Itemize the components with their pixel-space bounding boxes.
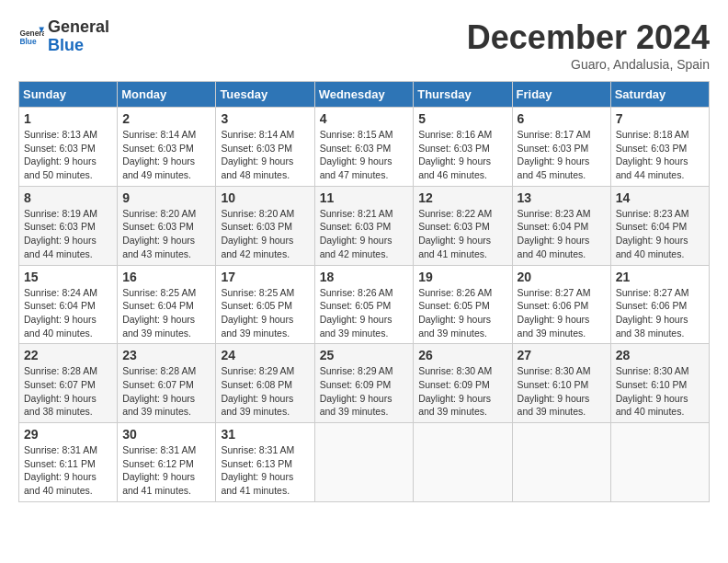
col-wednesday: Wednesday (314, 82, 414, 108)
logo-blue: Blue (48, 37, 109, 55)
calendar-cell: 17 Sunrise: 8:25 AMSunset: 6:05 PMDaylig… (216, 265, 314, 344)
calendar-cell: 16 Sunrise: 8:25 AMSunset: 6:04 PMDaylig… (118, 265, 216, 344)
day-number: 3 (221, 111, 309, 126)
calendar-cell: 30 Sunrise: 8:31 AMSunset: 6:12 PMDaylig… (118, 423, 216, 502)
col-saturday: Saturday (610, 82, 709, 108)
day-number: 9 (122, 190, 210, 205)
day-number: 16 (122, 270, 210, 284)
day-number: 5 (418, 111, 506, 126)
title-block: December 2024 Guaro, Andalusia, Spain (467, 18, 710, 72)
day-number: 17 (221, 270, 309, 284)
day-number: 22 (24, 348, 112, 362)
calendar-cell (610, 423, 709, 502)
svg-text:Blue: Blue (19, 37, 36, 46)
calendar-cell: 19 Sunrise: 8:26 AMSunset: 6:05 PMDaylig… (414, 265, 512, 344)
day-info: Sunrise: 8:26 AMSunset: 6:05 PMDaylight:… (418, 286, 506, 340)
day-number: 26 (418, 348, 506, 362)
day-number: 24 (221, 348, 309, 362)
calendar-cell: 15 Sunrise: 8:24 AMSunset: 6:04 PMDaylig… (19, 265, 118, 344)
day-info: Sunrise: 8:25 AMSunset: 6:04 PMDaylight:… (122, 286, 210, 340)
calendar-cell: 1 Sunrise: 8:13 AMSunset: 6:03 PMDayligh… (19, 108, 118, 187)
calendar-cell: 26 Sunrise: 8:30 AMSunset: 6:09 PMDaylig… (414, 344, 512, 423)
calendar-week-row: 22 Sunrise: 8:28 AMSunset: 6:07 PMDaylig… (19, 344, 710, 423)
calendar-week-row: 1 Sunrise: 8:13 AMSunset: 6:03 PMDayligh… (19, 108, 710, 187)
calendar-cell: 9 Sunrise: 8:20 AMSunset: 6:03 PMDayligh… (118, 186, 216, 265)
day-number: 18 (320, 270, 409, 284)
day-info: Sunrise: 8:30 AMSunset: 6:10 PMDaylight:… (616, 364, 704, 419)
day-info: Sunrise: 8:14 AMSunset: 6:03 PMDaylight:… (122, 128, 210, 182)
day-info: Sunrise: 8:13 AMSunset: 6:03 PMDaylight:… (24, 128, 112, 182)
col-friday: Friday (512, 82, 610, 108)
day-number: 10 (221, 190, 309, 205)
day-number: 1 (24, 111, 112, 126)
col-sunday: Sunday (19, 82, 118, 108)
calendar-cell: 25 Sunrise: 8:29 AMSunset: 6:09 PMDaylig… (314, 344, 414, 423)
calendar-cell: 14 Sunrise: 8:23 AMSunset: 6:04 PMDaylig… (610, 186, 709, 265)
calendar-cell: 31 Sunrise: 8:31 AMSunset: 6:13 PMDaylig… (216, 423, 314, 502)
calendar-cell: 5 Sunrise: 8:16 AMSunset: 6:03 PMDayligh… (414, 108, 512, 187)
calendar-cell: 21 Sunrise: 8:27 AMSunset: 6:06 PMDaylig… (610, 265, 709, 344)
day-info: Sunrise: 8:29 AMSunset: 6:09 PMDaylight:… (320, 364, 409, 419)
day-info: Sunrise: 8:14 AMSunset: 6:03 PMDaylight:… (221, 128, 309, 182)
day-number: 8 (24, 190, 112, 205)
calendar-cell: 23 Sunrise: 8:28 AMSunset: 6:07 PMDaylig… (118, 344, 216, 423)
day-info: Sunrise: 8:27 AMSunset: 6:06 PMDaylight:… (518, 286, 606, 340)
day-info: Sunrise: 8:17 AMSunset: 6:03 PMDaylight:… (518, 128, 606, 182)
calendar-table: Sunday Monday Tuesday Wednesday Thursday… (18, 81, 710, 502)
day-info: Sunrise: 8:20 AMSunset: 6:03 PMDaylight:… (122, 207, 210, 261)
logo: General Blue General Blue (18, 18, 109, 55)
day-number: 7 (616, 111, 704, 126)
day-number: 20 (518, 270, 606, 284)
day-info: Sunrise: 8:22 AMSunset: 6:03 PMDaylight:… (418, 207, 506, 261)
calendar-cell: 13 Sunrise: 8:23 AMSunset: 6:04 PMDaylig… (512, 186, 610, 265)
day-info: Sunrise: 8:19 AMSunset: 6:03 PMDaylight:… (24, 207, 112, 261)
calendar-cell: 2 Sunrise: 8:14 AMSunset: 6:03 PMDayligh… (118, 108, 216, 187)
day-info: Sunrise: 8:25 AMSunset: 6:05 PMDaylight:… (221, 286, 309, 340)
day-info: Sunrise: 8:27 AMSunset: 6:06 PMDaylight:… (616, 286, 704, 340)
day-number: 29 (24, 427, 112, 442)
day-number: 19 (418, 270, 506, 284)
day-number: 2 (122, 111, 210, 126)
calendar-cell: 10 Sunrise: 8:20 AMSunset: 6:03 PMDaylig… (216, 186, 314, 265)
day-info: Sunrise: 8:30 AMSunset: 6:09 PMDaylight:… (418, 364, 506, 419)
day-info: Sunrise: 8:31 AMSunset: 6:11 PMDaylight:… (24, 443, 112, 498)
month-title: December 2024 (467, 18, 710, 57)
calendar-cell: 20 Sunrise: 8:27 AMSunset: 6:06 PMDaylig… (512, 265, 610, 344)
calendar-cell: 11 Sunrise: 8:21 AMSunset: 6:03 PMDaylig… (314, 186, 414, 265)
day-number: 11 (320, 190, 409, 205)
calendar-cell: 29 Sunrise: 8:31 AMSunset: 6:11 PMDaylig… (19, 423, 118, 502)
calendar-cell: 3 Sunrise: 8:14 AMSunset: 6:03 PMDayligh… (216, 108, 314, 187)
day-number: 31 (221, 427, 309, 442)
day-number: 21 (616, 270, 704, 284)
col-monday: Monday (118, 82, 216, 108)
day-info: Sunrise: 8:23 AMSunset: 6:04 PMDaylight:… (518, 207, 606, 261)
day-number: 30 (122, 427, 210, 442)
calendar-cell: 12 Sunrise: 8:22 AMSunset: 6:03 PMDaylig… (414, 186, 512, 265)
day-info: Sunrise: 8:31 AMSunset: 6:12 PMDaylight:… (122, 443, 210, 498)
calendar-cell: 6 Sunrise: 8:17 AMSunset: 6:03 PMDayligh… (512, 108, 610, 187)
day-info: Sunrise: 8:31 AMSunset: 6:13 PMDaylight:… (221, 443, 309, 498)
day-number: 13 (518, 190, 606, 205)
calendar-cell: 27 Sunrise: 8:30 AMSunset: 6:10 PMDaylig… (512, 344, 610, 423)
weekday-header-row: Sunday Monday Tuesday Wednesday Thursday… (19, 82, 710, 108)
calendar-week-row: 29 Sunrise: 8:31 AMSunset: 6:11 PMDaylig… (19, 423, 710, 502)
calendar-cell: 24 Sunrise: 8:29 AMSunset: 6:08 PMDaylig… (216, 344, 314, 423)
day-number: 14 (616, 190, 704, 205)
calendar-cell: 4 Sunrise: 8:15 AMSunset: 6:03 PMDayligh… (314, 108, 414, 187)
col-thursday: Thursday (414, 82, 512, 108)
page-header: General Blue General Blue December 2024 … (18, 18, 710, 72)
calendar-week-row: 15 Sunrise: 8:24 AMSunset: 6:04 PMDaylig… (19, 265, 710, 344)
calendar-cell (414, 423, 512, 502)
day-info: Sunrise: 8:23 AMSunset: 6:04 PMDaylight:… (616, 207, 704, 261)
day-info: Sunrise: 8:15 AMSunset: 6:03 PMDaylight:… (320, 128, 409, 182)
day-info: Sunrise: 8:20 AMSunset: 6:03 PMDaylight:… (221, 207, 309, 261)
calendar-week-row: 8 Sunrise: 8:19 AMSunset: 6:03 PMDayligh… (19, 186, 710, 265)
day-info: Sunrise: 8:24 AMSunset: 6:04 PMDaylight:… (24, 286, 112, 340)
day-info: Sunrise: 8:18 AMSunset: 6:03 PMDaylight:… (616, 128, 704, 182)
day-info: Sunrise: 8:29 AMSunset: 6:08 PMDaylight:… (221, 364, 309, 419)
day-number: 15 (24, 270, 112, 284)
day-number: 12 (418, 190, 506, 205)
day-info: Sunrise: 8:16 AMSunset: 6:03 PMDaylight:… (418, 128, 506, 182)
calendar-cell: 8 Sunrise: 8:19 AMSunset: 6:03 PMDayligh… (19, 186, 118, 265)
day-info: Sunrise: 8:26 AMSunset: 6:05 PMDaylight:… (320, 286, 409, 340)
